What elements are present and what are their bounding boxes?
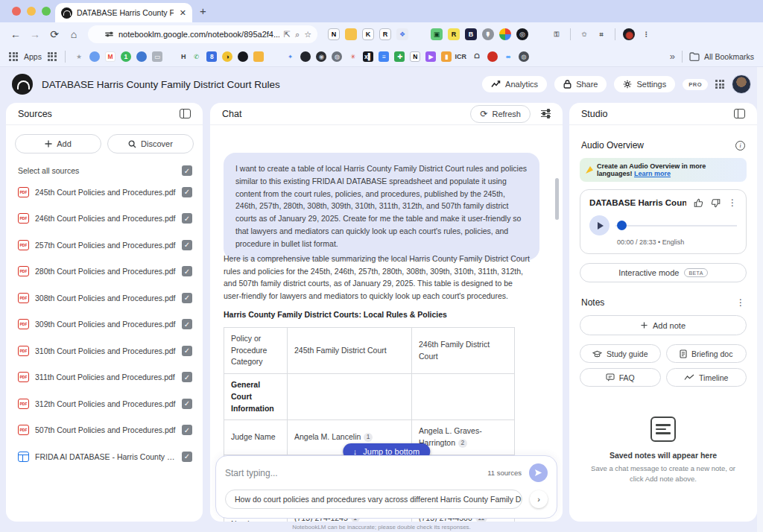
- timeline-button[interactable]: Timeline: [666, 368, 747, 387]
- dark-circle2-icon[interactable]: ◉: [316, 51, 326, 62]
- ext-k-icon[interactable]: K: [362, 28, 374, 40]
- settings-button[interactable]: Settings: [614, 76, 675, 92]
- source-checkbox[interactable]: ✓: [182, 399, 192, 409]
- excel-dark-icon[interactable]: x▌: [363, 51, 373, 62]
- ext-r-yellow-icon[interactable]: R: [448, 28, 460, 40]
- study-guide-button[interactable]: Study guide: [580, 344, 661, 363]
- source-row[interactable]: FRIDA AI DATABASE - Harris County Family…: [6, 443, 203, 470]
- ext-dark-circle-icon[interactable]: ◎: [516, 28, 528, 40]
- briefing-doc-button[interactable]: Briefing doc: [666, 344, 747, 363]
- screenshot-search-icon[interactable]: ⌗: [595, 28, 607, 40]
- play-purple-icon[interactable]: ▶: [425, 51, 436, 62]
- maximize-window-button[interactable]: [42, 7, 51, 16]
- profile-avatar-icon[interactable]: [623, 28, 635, 40]
- zoom-icon[interactable]: ⌕: [295, 30, 300, 39]
- window-controls[interactable]: [12, 7, 51, 16]
- cloud-blue-icon[interactable]: [89, 51, 100, 62]
- info-icon[interactable]: i: [735, 141, 745, 151]
- globe2-icon[interactable]: ◍: [519, 51, 529, 62]
- notion-bm-icon[interactable]: N: [410, 51, 420, 62]
- apps-grid-icon[interactable]: [9, 52, 18, 61]
- bookmark-star-icon[interactable]: ☆: [304, 30, 311, 39]
- interactive-mode-button[interactable]: Interactive mode BETA: [580, 263, 747, 282]
- notebooklm-logo-icon[interactable]: [12, 74, 33, 95]
- sheets-green-icon[interactable]: ✚: [394, 51, 405, 62]
- source-row[interactable]: PDF 308th Court Policies and Procedures.…: [6, 285, 203, 311]
- new-tab-button[interactable]: +: [200, 4, 206, 17]
- chat-input[interactable]: [225, 468, 480, 478]
- amber-icon[interactable]: [253, 51, 264, 62]
- sparkle-blue-icon[interactable]: ✦: [285, 51, 295, 62]
- ext-r-icon[interactable]: R: [379, 28, 391, 40]
- suggested-question-chip[interactable]: How do court policies and procedures var…: [225, 490, 522, 509]
- citation-chip[interactable]: 1: [364, 433, 373, 442]
- source-checkbox[interactable]: ✓: [182, 187, 192, 197]
- source-row[interactable]: PDF 507th Court Policies and Procedures.…: [6, 417, 203, 444]
- source-row[interactable]: PDF 245th Court Policies and Procedures.…: [6, 179, 203, 206]
- cast-star-icon[interactable]: ❖: [396, 28, 408, 40]
- browser-tab[interactable]: DATABASE Harris County Fam ✕: [55, 3, 192, 22]
- discover-button[interactable]: Discover: [107, 134, 194, 153]
- drive-icon[interactable]: [414, 28, 425, 40]
- source-row[interactable]: PDF 310th Court Policies and Procedures.…: [6, 338, 203, 364]
- voice-icon[interactable]: ✆: [191, 51, 201, 62]
- ext-b-dark-icon[interactable]: B: [465, 28, 477, 40]
- mic-icon[interactable]: 🎙: [482, 28, 494, 40]
- source-checkbox[interactable]: ✓: [182, 266, 192, 276]
- meta-icon[interactable]: ∞: [503, 51, 513, 62]
- user-avatar[interactable]: [732, 75, 751, 94]
- window-scrollbar[interactable]: [757, 67, 763, 532]
- source-checkbox[interactable]: ✓: [182, 319, 192, 329]
- source-checkbox[interactable]: ✓: [182, 372, 192, 382]
- gmail-icon[interactable]: M: [105, 51, 115, 62]
- share-button[interactable]: Share: [554, 76, 607, 92]
- source-row[interactable]: PDF 280th Court Policies and Procedures.…: [6, 259, 203, 285]
- robot-icon[interactable]: ᗝ: [472, 51, 482, 62]
- icr-battery-icon[interactable]: ▮: [441, 51, 452, 62]
- apps-label[interactable]: Apps: [24, 52, 42, 61]
- all-bookmarks-label[interactable]: All Bookmarks: [704, 52, 754, 61]
- collapse-studio-icon[interactable]: [734, 109, 745, 118]
- drive-h-icon[interactable]: [168, 51, 178, 62]
- menu-dots-icon[interactable]: ⋮: [640, 28, 652, 40]
- source-row[interactable]: PDF 312th Court Policies and Procedures.…: [6, 390, 203, 417]
- source-checkbox[interactable]: ✓: [182, 346, 192, 356]
- notebook-title[interactable]: DATABASE Harris County Family District C…: [42, 79, 280, 90]
- learn-more-link[interactable]: Learn more: [634, 170, 671, 177]
- source-checkbox[interactable]: ✓: [182, 452, 192, 462]
- source-checkbox[interactable]: ✓: [182, 425, 192, 435]
- minimize-window-button[interactable]: [27, 7, 36, 16]
- tab-close-icon[interactable]: ✕: [180, 8, 186, 18]
- audio-progress-track[interactable]: [615, 221, 737, 231]
- send-to-device-icon[interactable]: ⇱: [284, 30, 291, 39]
- next-suggestion-button[interactable]: ›: [530, 490, 548, 508]
- add-note-button[interactable]: Add note: [580, 315, 747, 335]
- audio-menu-icon[interactable]: ⋮: [728, 197, 737, 208]
- source-checkbox[interactable]: ✓: [182, 213, 192, 224]
- globe-gray-icon[interactable]: ◍: [332, 51, 342, 62]
- refresh-button[interactable]: ⟳ Refresh: [470, 105, 531, 123]
- add-source-button[interactable]: Add: [15, 134, 101, 153]
- docs-blue-icon[interactable]: ≡: [379, 51, 389, 62]
- dark-circle1-icon[interactable]: [300, 51, 311, 62]
- ext-red-triangle-icon[interactable]: [534, 28, 545, 40]
- site-settings-icon[interactable]: [105, 33, 113, 36]
- pie-yellow-icon[interactable]: ◑: [222, 51, 232, 62]
- source-row[interactable]: PDF 246th Court Policies and Procedures.…: [6, 206, 203, 232]
- citation-chip[interactable]: 2: [458, 439, 467, 448]
- address-bar[interactable]: notebooklm.google.com/notebook/895a2f4..…: [88, 25, 317, 43]
- red-circle-icon[interactable]: [487, 51, 498, 62]
- play-button[interactable]: [589, 215, 610, 235]
- cloud-dark-icon[interactable]: [136, 51, 147, 62]
- star-sparkle-icon[interactable]: ✩: [578, 28, 590, 40]
- blue-eight-icon[interactable]: 8: [206, 51, 217, 62]
- red-burst-icon[interactable]: ✳: [347, 51, 358, 62]
- source-row[interactable]: PDF 257th Court Policies and Procedures.…: [6, 232, 203, 259]
- close-window-button[interactable]: [12, 7, 21, 16]
- send-button[interactable]: [529, 463, 548, 482]
- source-row[interactable]: PDF 309th Court Policies and Procedures.…: [6, 311, 203, 338]
- ext-yellow-icon[interactable]: [345, 28, 357, 40]
- url-text[interactable]: notebooklm.google.com/notebook/895a2f4..…: [118, 30, 279, 39]
- source-row[interactable]: PDF 311th Court Policies and Procedures.…: [6, 364, 203, 391]
- notes-menu-icon[interactable]: ⋮: [736, 297, 745, 308]
